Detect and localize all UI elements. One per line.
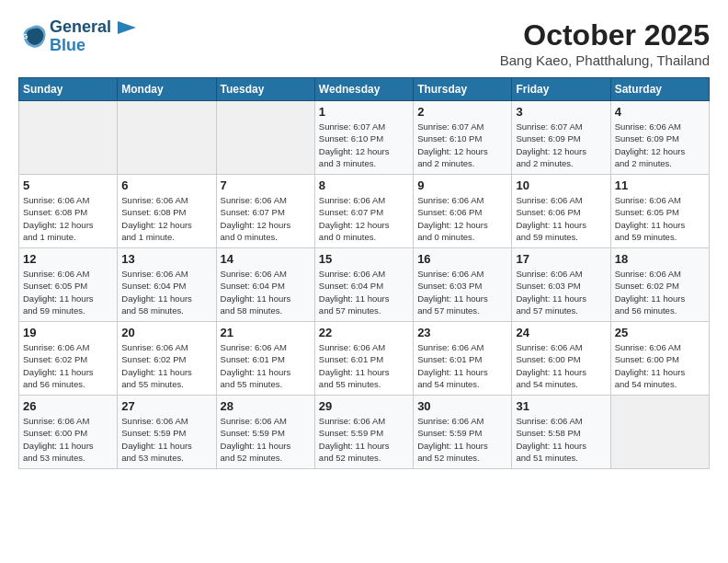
day-info: Sunrise: 6:06 AM Sunset: 6:06 PM Dayligh… [516, 194, 606, 243]
calendar-cell: 24Sunrise: 6:06 AM Sunset: 6:00 PM Dayli… [512, 322, 610, 396]
header: G General Blue October 2025 Bang Kaeo, P… [18, 18, 710, 68]
day-number: 7 [221, 178, 311, 192]
weekday-header-row: SundayMondayTuesdayWednesdayThursdayFrid… [19, 78, 710, 101]
day-info: Sunrise: 6:06 AM Sunset: 6:05 PM Dayligh… [615, 194, 705, 243]
calendar-cell: 9Sunrise: 6:06 AM Sunset: 6:06 PM Daylig… [414, 175, 512, 248]
calendar-cell: 7Sunrise: 6:06 AM Sunset: 6:07 PM Daylig… [216, 175, 314, 248]
calendar-cell: 23Sunrise: 6:06 AM Sunset: 6:01 PM Dayli… [414, 322, 512, 396]
svg-text:G: G [23, 31, 28, 40]
day-number: 2 [417, 105, 507, 119]
day-info: Sunrise: 6:06 AM Sunset: 6:01 PM Dayligh… [319, 341, 409, 390]
day-number: 25 [615, 326, 705, 339]
week-row-4: 26Sunrise: 6:06 AM Sunset: 6:00 PM Dayli… [19, 396, 710, 469]
week-row-3: 19Sunrise: 6:06 AM Sunset: 6:02 PM Dayli… [19, 322, 710, 396]
weekday-header-tuesday: Tuesday [216, 78, 314, 101]
calendar-cell: 21Sunrise: 6:06 AM Sunset: 6:01 PM Dayli… [216, 322, 314, 396]
weekday-header-thursday: Thursday [414, 78, 512, 101]
day-number: 30 [417, 399, 507, 413]
location-title: Bang Kaeo, Phatthalung, Thailand [500, 52, 710, 68]
day-info: Sunrise: 6:06 AM Sunset: 6:05 PM Dayligh… [23, 268, 113, 316]
day-info: Sunrise: 6:06 AM Sunset: 6:02 PM Dayligh… [121, 341, 211, 390]
calendar-cell: 14Sunrise: 6:06 AM Sunset: 6:04 PM Dayli… [216, 248, 314, 322]
day-number: 31 [516, 399, 606, 413]
weekday-header-monday: Monday [118, 78, 216, 101]
calendar-cell: 30Sunrise: 6:06 AM Sunset: 5:59 PM Dayli… [414, 396, 512, 469]
day-number: 17 [516, 252, 606, 266]
day-info: Sunrise: 6:06 AM Sunset: 5:59 PM Dayligh… [417, 415, 507, 464]
day-number: 1 [319, 105, 409, 119]
day-info: Sunrise: 6:06 AM Sunset: 6:07 PM Dayligh… [319, 194, 409, 243]
day-info: Sunrise: 6:07 AM Sunset: 6:09 PM Dayligh… [516, 121, 606, 169]
calendar-cell: 5Sunrise: 6:06 AM Sunset: 6:08 PM Daylig… [19, 175, 118, 248]
day-info: Sunrise: 6:06 AM Sunset: 6:03 PM Dayligh… [417, 268, 507, 316]
weekday-header-wednesday: Wednesday [314, 78, 413, 101]
calendar-cell: 12Sunrise: 6:06 AM Sunset: 6:05 PM Dayli… [19, 248, 118, 322]
calendar-cell: 16Sunrise: 6:06 AM Sunset: 6:03 PM Dayli… [414, 248, 512, 322]
day-number: 23 [417, 326, 507, 339]
day-info: Sunrise: 6:06 AM Sunset: 6:01 PM Dayligh… [417, 341, 507, 390]
calendar-cell [19, 101, 118, 175]
calendar-cell [610, 396, 709, 469]
day-number: 6 [121, 178, 211, 192]
logo-icon: G [18, 23, 46, 51]
calendar-cell: 8Sunrise: 6:06 AM Sunset: 6:07 PM Daylig… [314, 175, 413, 248]
day-number: 3 [516, 105, 606, 119]
day-info: Sunrise: 6:06 AM Sunset: 6:04 PM Dayligh… [221, 268, 311, 316]
day-info: Sunrise: 6:07 AM Sunset: 6:10 PM Dayligh… [417, 121, 507, 169]
calendar-cell: 22Sunrise: 6:06 AM Sunset: 6:01 PM Dayli… [314, 322, 413, 396]
day-number: 5 [23, 178, 113, 192]
day-info: Sunrise: 6:06 AM Sunset: 6:07 PM Dayligh… [221, 194, 311, 243]
day-number: 4 [615, 105, 705, 119]
day-number: 13 [121, 252, 211, 266]
day-number: 21 [221, 326, 311, 339]
week-row-1: 5Sunrise: 6:06 AM Sunset: 6:08 PM Daylig… [19, 175, 710, 248]
calendar-cell [118, 101, 216, 175]
calendar-cell: 4Sunrise: 6:06 AM Sunset: 6:09 PM Daylig… [610, 101, 709, 175]
day-info: Sunrise: 6:07 AM Sunset: 6:10 PM Dayligh… [319, 121, 409, 169]
calendar-cell: 31Sunrise: 6:06 AM Sunset: 5:58 PM Dayli… [512, 396, 610, 469]
day-number: 8 [319, 178, 409, 192]
calendar-cell: 3Sunrise: 6:07 AM Sunset: 6:09 PM Daylig… [512, 101, 610, 175]
calendar-cell: 2Sunrise: 6:07 AM Sunset: 6:10 PM Daylig… [414, 101, 512, 175]
weekday-header-friday: Friday [512, 78, 610, 101]
day-info: Sunrise: 6:06 AM Sunset: 6:08 PM Dayligh… [23, 194, 113, 243]
day-number: 14 [221, 252, 311, 266]
day-info: Sunrise: 6:06 AM Sunset: 6:08 PM Dayligh… [121, 194, 211, 243]
calendar-cell: 6Sunrise: 6:06 AM Sunset: 6:08 PM Daylig… [118, 175, 216, 248]
day-info: Sunrise: 6:06 AM Sunset: 6:09 PM Dayligh… [615, 121, 705, 169]
day-number: 22 [319, 326, 409, 339]
day-number: 27 [121, 399, 211, 413]
calendar-table: SundayMondayTuesdayWednesdayThursdayFrid… [18, 77, 710, 469]
day-info: Sunrise: 6:06 AM Sunset: 6:04 PM Dayligh… [319, 268, 409, 316]
day-info: Sunrise: 6:06 AM Sunset: 6:02 PM Dayligh… [615, 268, 705, 316]
calendar-cell: 26Sunrise: 6:06 AM Sunset: 6:00 PM Dayli… [19, 396, 118, 469]
logo-flag-icon [118, 21, 136, 34]
calendar-cell: 29Sunrise: 6:06 AM Sunset: 5:59 PM Dayli… [314, 396, 413, 469]
calendar-cell: 11Sunrise: 6:06 AM Sunset: 6:05 PM Dayli… [610, 175, 709, 248]
day-number: 20 [121, 326, 211, 339]
month-title: October 2025 [500, 18, 710, 52]
day-info: Sunrise: 6:06 AM Sunset: 6:06 PM Dayligh… [417, 194, 507, 243]
page: G General Blue October 2025 Bang Kaeo, P… [0, 0, 728, 478]
day-info: Sunrise: 6:06 AM Sunset: 5:59 PM Dayligh… [121, 415, 211, 464]
day-number: 26 [23, 399, 113, 413]
day-info: Sunrise: 6:06 AM Sunset: 6:03 PM Dayligh… [516, 268, 606, 316]
day-number: 19 [23, 326, 113, 339]
logo-blue: Blue [50, 37, 136, 55]
calendar-cell: 17Sunrise: 6:06 AM Sunset: 6:03 PM Dayli… [512, 248, 610, 322]
calendar-cell: 25Sunrise: 6:06 AM Sunset: 6:00 PM Dayli… [610, 322, 709, 396]
calendar-cell: 13Sunrise: 6:06 AM Sunset: 6:04 PM Dayli… [118, 248, 216, 322]
day-number: 18 [615, 252, 705, 266]
day-info: Sunrise: 6:06 AM Sunset: 6:00 PM Dayligh… [615, 341, 705, 390]
day-number: 24 [516, 326, 606, 339]
day-info: Sunrise: 6:06 AM Sunset: 6:01 PM Dayligh… [221, 341, 311, 390]
calendar-cell: 20Sunrise: 6:06 AM Sunset: 6:02 PM Dayli… [118, 322, 216, 396]
title-block: October 2025 Bang Kaeo, Phatthalung, Tha… [500, 18, 710, 68]
calendar-cell: 19Sunrise: 6:06 AM Sunset: 6:02 PM Dayli… [19, 322, 118, 396]
day-info: Sunrise: 6:06 AM Sunset: 6:04 PM Dayligh… [121, 268, 211, 316]
day-info: Sunrise: 6:06 AM Sunset: 6:00 PM Dayligh… [23, 415, 113, 464]
calendar-cell [216, 101, 314, 175]
calendar-cell: 15Sunrise: 6:06 AM Sunset: 6:04 PM Dayli… [314, 248, 413, 322]
day-number: 10 [516, 178, 606, 192]
day-number: 29 [319, 399, 409, 413]
